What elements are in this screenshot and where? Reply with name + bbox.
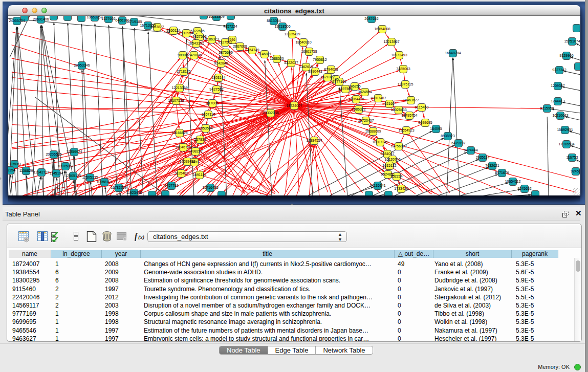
- svg-text:3875685: 3875685: [219, 51, 232, 54]
- svg-text:20691406: 20691406: [33, 17, 49, 21]
- svg-text:15720407: 15720407: [358, 119, 374, 122]
- svg-text:1615132: 1615132: [382, 164, 396, 167]
- svg-text:16154808: 16154808: [374, 27, 390, 31]
- svg-text:8454749: 8454749: [245, 48, 259, 52]
- svg-text:12505135: 12505135: [65, 174, 81, 178]
- svg-text:17016504: 17016504: [558, 142, 574, 146]
- svg-text:546: 546: [229, 38, 235, 41]
- svg-text:10688609: 10688609: [365, 129, 381, 133]
- svg-text:7955812: 7955812: [313, 58, 326, 61]
- svg-text:12213967: 12213967: [383, 40, 399, 43]
- svg-text:16648784: 16648784: [445, 51, 461, 55]
- svg-text:15692951: 15692951: [557, 128, 573, 132]
- svg-text:19654923: 19654923: [398, 128, 414, 132]
- svg-text:16120746: 16120746: [384, 158, 400, 161]
- svg-text:8813054: 8813054: [267, 19, 280, 23]
- svg-text:1733426: 1733426: [394, 187, 408, 190]
- svg-text:1527602: 1527602: [101, 17, 115, 20]
- svg-text:7632621: 7632621: [485, 164, 499, 167]
- svg-text:20053346: 20053346: [74, 63, 90, 67]
- svg-text:2803144: 2803144: [211, 76, 225, 79]
- svg-text:62160: 62160: [384, 102, 395, 105]
- svg-text:19384554: 19384554: [306, 139, 322, 142]
- svg-text:3215958: 3215958: [540, 106, 554, 110]
- svg-text:2935114: 2935114: [476, 156, 490, 159]
- svg-text:9227342: 9227342: [552, 68, 566, 72]
- svg-text:39154: 39154: [8, 168, 15, 172]
- svg-text:746266: 746266: [349, 84, 360, 88]
- svg-text:f: f: [135, 232, 138, 241]
- svg-text:11923448: 11923448: [126, 191, 142, 194]
- svg-text:12505135: 12505135: [82, 176, 98, 179]
- svg-text:9115460: 9115460: [415, 105, 429, 109]
- svg-text:116753: 116753: [567, 156, 578, 159]
- svg-text:14136141: 14136141: [369, 184, 385, 187]
- svg-text:9777169: 9777169: [332, 80, 346, 83]
- svg-text:19166825: 19166825: [171, 131, 187, 135]
- svg-text:7625402: 7625402: [174, 171, 188, 175]
- svg-text:1691144: 1691144: [193, 173, 207, 177]
- svg-text:8186323: 8186323: [205, 37, 219, 41]
- svg-text:5322605: 5322605: [190, 29, 204, 33]
- svg-text:21364436: 21364436: [348, 97, 364, 101]
- svg-text:8938923: 8938923: [441, 134, 454, 138]
- svg-text:16961758: 16961758: [301, 50, 317, 53]
- svg-text:16046798: 16046798: [175, 145, 191, 149]
- svg-text:6794028: 6794028: [324, 68, 338, 71]
- svg-text:1353594: 1353594: [199, 126, 212, 130]
- svg-text:9245652: 9245652: [517, 187, 531, 190]
- svg-text:7357224: 7357224: [223, 25, 237, 28]
- svg-text:22420046: 22420046: [186, 53, 202, 57]
- svg-text:2087652: 2087652: [364, 17, 378, 20]
- svg-text:557833: 557833: [194, 138, 206, 141]
- svg-text:3624554: 3624554: [358, 90, 372, 94]
- svg-text:3735061: 3735061: [8, 162, 21, 166]
- svg-text:10975867: 10975867: [57, 164, 73, 168]
- svg-text:13325419: 13325419: [284, 32, 300, 36]
- svg-text:1588520: 1588520: [270, 57, 284, 60]
- svg-text:164095: 164095: [430, 127, 442, 130]
- svg-text:92450: 92450: [571, 169, 580, 173]
- svg-text:16543362: 16543362: [188, 41, 204, 45]
- svg-text:9699695: 9699695: [418, 121, 432, 124]
- svg-text:15716485: 15716485: [202, 186, 218, 189]
- svg-text:1156829: 1156829: [19, 169, 33, 172]
- svg-text:10653267: 10653267: [86, 16, 102, 19]
- svg-text:10958107: 10958107: [96, 180, 112, 184]
- svg-text:7485063: 7485063: [396, 67, 410, 71]
- svg-text:16210643: 16210643: [552, 114, 568, 117]
- svg-text:18807249: 18807249: [372, 140, 388, 144]
- svg-text:23302035: 23302035: [263, 111, 278, 115]
- svg-text:15751074: 15751074: [564, 39, 580, 43]
- svg-text:9860124: 9860124: [166, 29, 180, 32]
- svg-text:9329966: 9329966: [559, 54, 573, 57]
- svg-text:9489: 9489: [190, 160, 199, 164]
- svg-text:8990443: 8990443: [308, 70, 322, 73]
- svg-text:12975115: 12975115: [398, 82, 413, 86]
- svg-text:7663822: 7663822: [150, 25, 164, 29]
- svg-text:8471676: 8471676: [495, 171, 509, 174]
- svg-text:1145194: 1145194: [50, 171, 63, 175]
- svg-text:9242848: 9242848: [214, 61, 228, 65]
- svg-text:7986322: 7986322: [352, 107, 365, 111]
- svg-text:5322037: 5322037: [284, 61, 298, 64]
- svg-text:18724007: 18724007: [286, 104, 302, 107]
- svg-text:17359924: 17359924: [66, 150, 82, 154]
- svg-text:1209387: 1209387: [551, 84, 564, 87]
- svg-text:9457791: 9457791: [164, 184, 178, 187]
- svg-text:417006: 417006: [206, 101, 218, 105]
- svg-text:10025433: 10025433: [390, 108, 406, 112]
- svg-text:18640910: 18640910: [295, 40, 311, 44]
- svg-text:(x): (x): [138, 234, 144, 240]
- svg-text:1362615: 1362615: [299, 65, 313, 69]
- svg-text:6479197: 6479197: [451, 141, 465, 145]
- svg-text:2867608: 2867608: [233, 45, 247, 48]
- svg-text:3498222: 3498222: [188, 149, 202, 153]
- svg-text:18463627: 18463627: [403, 98, 419, 102]
- svg-text:9474444: 9474444: [464, 148, 477, 152]
- svg-text:19107533: 19107533: [168, 99, 184, 102]
- svg-text:9146821: 9146821: [257, 52, 271, 56]
- svg-text:18495754: 18495754: [401, 114, 417, 117]
- svg-text:10973493: 10973493: [391, 53, 407, 57]
- svg-text:2718176: 2718176: [177, 70, 190, 73]
